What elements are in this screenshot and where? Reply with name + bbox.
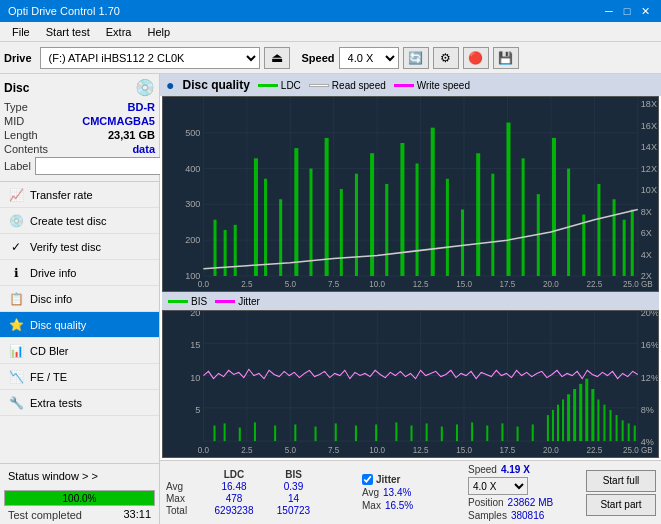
svg-text:20.0: 20.0: [543, 446, 559, 455]
jitter-max-key: Max: [362, 500, 381, 511]
svg-rect-28: [370, 153, 374, 276]
status-window-button[interactable]: Status window > >: [0, 464, 159, 488]
sidebar-item-verify-test-disc[interactable]: ✓ Verify test disc: [0, 234, 159, 260]
svg-text:5.0: 5.0: [285, 446, 297, 455]
sidebar-item-label-disc-info: Disc info: [30, 293, 72, 305]
sidebar-item-create-test-disc[interactable]: 💿 Create test disc: [0, 208, 159, 234]
menu-start-test[interactable]: Start test: [38, 24, 98, 40]
menu-extra[interactable]: Extra: [98, 24, 140, 40]
svg-text:500: 500: [185, 128, 200, 138]
disc-type-row: Type BD-R: [4, 101, 155, 113]
svg-rect-119: [610, 410, 612, 441]
title-bar: Opti Drive Control 1.70 ─ □ ✕: [0, 0, 661, 22]
svg-rect-113: [573, 389, 576, 441]
svg-rect-46: [631, 209, 634, 275]
svg-rect-117: [597, 400, 599, 442]
save-button[interactable]: 💾: [493, 47, 519, 69]
sidebar-item-fe-te[interactable]: 📉 FE / TE: [0, 364, 159, 390]
sidebar-item-drive-info[interactable]: ℹ Drive info: [0, 260, 159, 286]
sidebar-item-label-create: Create test disc: [30, 215, 106, 227]
sidebar-item-cd-bler[interactable]: 📊 CD Bler: [0, 338, 159, 364]
jitter-avg-key: Avg: [362, 487, 379, 498]
svg-rect-22: [279, 199, 282, 276]
samples-label: Samples: [468, 510, 507, 521]
menu-file[interactable]: File: [4, 24, 38, 40]
svg-text:5: 5: [195, 405, 200, 415]
svg-rect-19: [234, 225, 237, 276]
start-part-button[interactable]: Start part: [586, 494, 656, 516]
transfer-rate-icon: 📈: [8, 187, 24, 203]
max-bis: 14: [266, 493, 321, 504]
sidebar-item-extra-tests[interactable]: 🔧 Extra tests: [0, 390, 159, 416]
drive-info-icon: ℹ: [8, 265, 24, 281]
settings-button[interactable]: ⚙: [433, 47, 459, 69]
svg-rect-98: [395, 423, 397, 442]
svg-rect-43: [597, 184, 600, 276]
svg-rect-26: [340, 189, 343, 276]
chart-header: ● Disc quality LDC Read speed Write spee…: [160, 74, 661, 96]
svg-rect-108: [547, 415, 549, 441]
speed-select[interactable]: 4.0 X: [339, 47, 399, 69]
svg-text:10.0: 10.0: [369, 446, 385, 455]
svg-text:4X: 4X: [641, 249, 652, 259]
svg-rect-27: [355, 174, 358, 276]
disc-mid-row: MID CMCMAGBA5: [4, 115, 155, 127]
avg-ldc: 16.48: [204, 481, 264, 492]
sidebar-item-disc-quality[interactable]: ⭐ Disc quality: [0, 312, 159, 338]
jitter-max-val: 16.5%: [385, 500, 413, 511]
cd-bler-icon: 📊: [8, 343, 24, 359]
jitter-checkbox[interactable]: [362, 474, 373, 485]
svg-rect-34: [461, 209, 464, 275]
disc-quality-icon: ⭐: [8, 317, 24, 333]
sidebar-item-label-drive-info: Drive info: [30, 267, 76, 279]
progress-bar: 100.0%: [4, 490, 155, 506]
svg-rect-106: [517, 427, 519, 442]
sidebar-item-label-extra: Extra tests: [30, 397, 82, 409]
status-window-label: Status window > >: [8, 470, 98, 482]
disc-icon: 💿: [135, 78, 155, 97]
minimize-button[interactable]: ─: [601, 3, 617, 19]
svg-rect-32: [431, 128, 435, 276]
top-chart: 500 400 300 200 100 18X 16X 14X 12X 10X …: [162, 96, 659, 292]
window-controls: ─ □ ✕: [601, 3, 653, 19]
total-bis: 150723: [266, 505, 321, 516]
legend-bis-label: BIS: [191, 296, 207, 307]
svg-text:2.5: 2.5: [241, 446, 253, 455]
close-button[interactable]: ✕: [637, 3, 653, 19]
svg-text:17.5: 17.5: [500, 280, 516, 289]
svg-rect-122: [628, 424, 630, 442]
stats-header-row: LDC BIS Avg 16.48 0.39 Max 478 14: [166, 464, 655, 521]
svg-rect-94: [315, 427, 317, 442]
jitter-avg-val: 13.4%: [383, 487, 411, 498]
svg-text:2.5: 2.5: [241, 280, 253, 289]
svg-text:10.0: 10.0: [369, 280, 385, 289]
svg-rect-91: [254, 423, 256, 442]
content-area: ● Disc quality LDC Read speed Write spee…: [160, 74, 661, 524]
position-row: Position 23862 MB: [468, 497, 578, 508]
start-full-button[interactable]: Start full: [586, 470, 656, 492]
svg-rect-41: [567, 169, 570, 276]
svg-text:300: 300: [185, 199, 200, 209]
svg-rect-92: [274, 426, 276, 442]
sidebar-item-disc-info[interactable]: 📋 Disc info: [0, 286, 159, 312]
svg-rect-33: [446, 179, 449, 276]
svg-rect-121: [622, 421, 624, 442]
svg-rect-111: [562, 400, 564, 442]
maximize-button[interactable]: □: [619, 3, 635, 19]
menu-help[interactable]: Help: [139, 24, 178, 40]
samples-val: 380816: [511, 510, 544, 521]
speed-select-stats[interactable]: 4.0 X: [468, 477, 528, 495]
bis-col-header: BIS: [266, 469, 321, 480]
svg-text:7.5: 7.5: [328, 446, 340, 455]
refresh-button[interactable]: 🔄: [403, 47, 429, 69]
eject-button[interactable]: ⏏: [264, 47, 290, 69]
disc-label-row: Label 🔍: [4, 157, 155, 175]
svg-rect-93: [294, 425, 296, 442]
legend-bis: BIS: [168, 296, 207, 307]
svg-text:14X: 14X: [641, 142, 657, 152]
disc-label-input[interactable]: [35, 157, 179, 175]
drive-select[interactable]: (F:) ATAPI iHBS112 2 CL0K: [40, 47, 260, 69]
record-button[interactable]: 🔴: [463, 47, 489, 69]
svg-rect-120: [616, 415, 618, 441]
sidebar-item-transfer-rate[interactable]: 📈 Transfer rate: [0, 182, 159, 208]
